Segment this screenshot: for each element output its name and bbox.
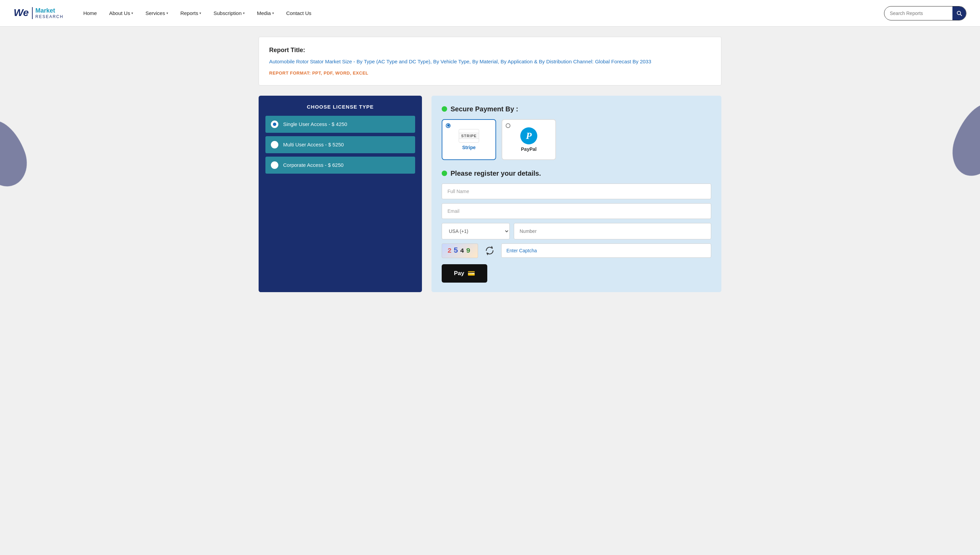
nav-media[interactable]: Media ▾ [251,0,280,27]
radio-corporate[interactable] [271,161,278,169]
header: We Market Research Home About Us ▾ Servi… [0,0,980,27]
svg-text:We: We [14,7,29,18]
logo[interactable]: We Market Research [14,5,64,21]
nav-reports[interactable]: Reports ▾ [174,0,208,27]
phone-row: USA (+1) UK (+44) India (+91) [442,223,711,239]
payment-card-stripe[interactable]: STRIPE Stripe [442,119,496,160]
phone-number-input[interactable] [514,223,711,239]
search-input[interactable] [884,8,953,19]
logo-market-text: Market [35,7,64,14]
license-corporate-label: Corporate Access - $ 6250 [283,162,344,168]
license-option-single[interactable]: Single User Access - $ 4250 [265,116,415,133]
radio-stripe[interactable] [446,123,451,128]
nav-home[interactable]: Home [77,0,103,27]
card-icon: 💳 [468,269,475,277]
radio-single[interactable] [271,120,278,128]
search-area [884,6,966,21]
chevron-icon: ▾ [166,11,168,15]
email-input[interactable] [442,203,711,219]
radio-paypal[interactable] [506,123,510,128]
license-title: CHOOSE LICENSE TYPE [265,104,415,110]
chevron-icon: ▾ [272,11,274,15]
report-title-link[interactable]: Automobile Rotor Stator Market Size - By… [269,58,711,66]
decorative-blob-right [945,97,980,182]
captcha-input[interactable] [501,244,711,258]
paypal-label: PayPal [521,146,537,152]
svg-line-2 [960,14,962,16]
nav-about[interactable]: About Us ▾ [103,0,139,27]
license-single-label: Single User Access - $ 4250 [283,121,347,127]
payment-methods: STRIPE Stripe P PayPal [442,119,711,160]
license-panel: CHOOSE LICENSE TYPE Single User Access -… [259,96,422,292]
search-button[interactable] [953,6,966,20]
decorative-blob-left [0,114,34,193]
pay-button-label: Pay [454,270,464,277]
secure-payment-header: Secure Payment By : [442,105,711,113]
pay-button[interactable]: Pay 💳 [442,264,487,282]
payment-card-paypal[interactable]: P PayPal [502,119,556,160]
captcha-refresh-icon[interactable] [484,244,496,257]
captcha-image: 2549 [442,244,478,258]
main-content: Report Title: Automobile Rotor Stator Ma… [252,27,728,302]
paypal-logo: P [520,127,537,144]
register-title: Please register your details. [451,170,541,177]
secure-payment-title: Secure Payment By : [451,105,518,113]
nav-services[interactable]: Services ▾ [139,0,174,27]
full-name-input[interactable] [442,183,711,199]
report-format: REPORT FORMAT: PPT, PDF, WORD, EXCEL [269,71,711,75]
logo-we-text: We [14,5,30,21]
green-dot-register [442,171,447,176]
logo-research-text: Research [35,14,64,19]
nav-contact[interactable]: Contact Us [280,0,318,27]
radio-multi[interactable] [271,141,278,148]
license-option-multi[interactable]: Multi User Access - $ 5250 [265,136,415,153]
stripe-label: Stripe [462,145,476,150]
license-option-corporate[interactable]: Corporate Access - $ 6250 [265,157,415,174]
register-header: Please register your details. [442,170,711,177]
main-nav: Home About Us ▾ Services ▾ Reports ▾ Sub… [77,0,884,27]
stripe-logo-text: STRIPE [459,133,479,139]
report-card: Report Title: Automobile Rotor Stator Ma… [259,37,721,85]
captcha-row: 2549 [442,244,711,258]
nav-subscription[interactable]: Subscription ▾ [207,0,251,27]
green-dot-payment [442,106,447,112]
bottom-section: CHOOSE LICENSE TYPE Single User Access -… [259,96,721,292]
chevron-icon: ▾ [131,11,133,15]
payment-panel: Secure Payment By : STRIPE Stripe P PayP… [432,96,721,292]
chevron-icon: ▾ [200,11,201,15]
report-title-label: Report Title: [269,47,711,54]
chevron-icon: ▾ [243,11,245,15]
license-multi-label: Multi User Access - $ 5250 [283,142,344,148]
country-code-select[interactable]: USA (+1) UK (+44) India (+91) [442,223,510,239]
